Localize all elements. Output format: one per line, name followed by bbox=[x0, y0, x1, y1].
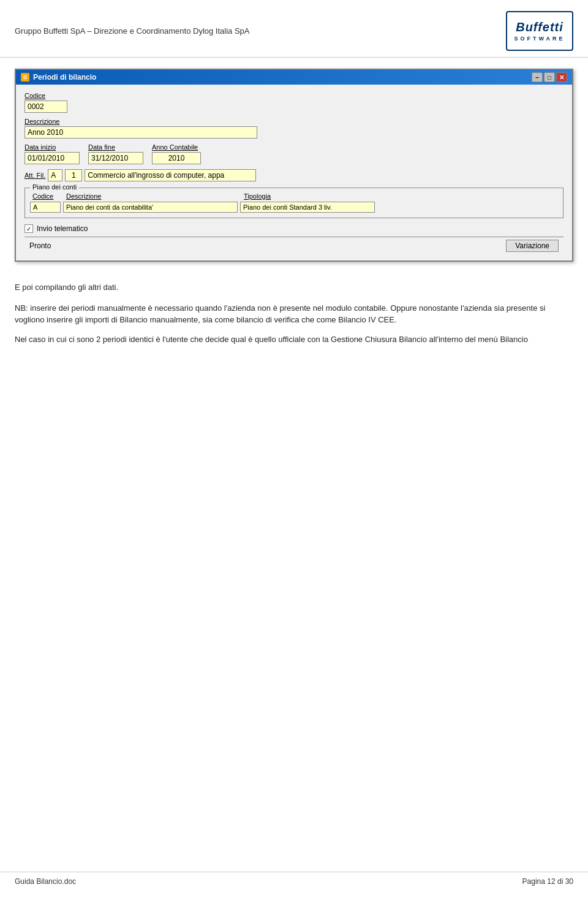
titlebar-left: B Periodi di bilancio bbox=[21, 73, 96, 82]
footer-page: Pagina 12 di 30 bbox=[522, 877, 573, 886]
logo-box: Buffetti SOFTWARE bbox=[506, 11, 573, 51]
dialog-titlebar: B Periodi di bilancio – □ ✕ bbox=[16, 70, 572, 85]
att-fil-label: Att. Fil. bbox=[24, 172, 45, 179]
data-fine-input[interactable] bbox=[88, 152, 143, 164]
fil-desc-input[interactable] bbox=[85, 169, 256, 181]
fil-num-input[interactable] bbox=[65, 169, 82, 181]
titlebar-controls: – □ ✕ bbox=[532, 72, 567, 82]
dialog-title: Periodi di bilancio bbox=[33, 73, 96, 82]
invio-telematico-checkbox[interactable]: ✓ bbox=[24, 224, 33, 233]
variazione-button[interactable]: Variazione bbox=[506, 240, 559, 252]
codice-input[interactable] bbox=[24, 101, 67, 113]
codice-group: Codice bbox=[24, 92, 564, 113]
minimize-button[interactable]: – bbox=[532, 72, 543, 82]
piano-conti-header: Codice Descrizione Tipologia bbox=[30, 192, 558, 200]
codice-label: Codice bbox=[24, 92, 564, 99]
logo-sub: SOFTWARE bbox=[514, 36, 565, 42]
anno-contabile-label: Anno Contabile bbox=[152, 143, 201, 151]
descrizione-group: Descrizione bbox=[24, 118, 564, 139]
data-inizio-label: Data inizio bbox=[24, 143, 80, 151]
att-fil-row: Att. Fil. bbox=[24, 169, 564, 181]
dialog-icon: B bbox=[21, 73, 29, 82]
status-text: Pronto bbox=[29, 242, 51, 250]
col-codice-header: Codice bbox=[30, 192, 64, 200]
anno-contabile-group: Anno Contabile bbox=[152, 143, 201, 164]
dialog-wrapper: B Periodi di bilancio – □ ✕ Codice Descr… bbox=[15, 69, 573, 262]
col-tipologia-header: Tipologia bbox=[241, 192, 364, 200]
header-title: Gruppo Buffetti SpA – Direzione e Coordi… bbox=[15, 26, 249, 36]
row-descrizione: Piano dei conti da contabilita' bbox=[63, 202, 238, 213]
descrizione-label: Descrizione bbox=[24, 118, 564, 125]
logo-main: Buffetti bbox=[516, 20, 564, 34]
data-fine-label: Data fine bbox=[88, 143, 143, 151]
data-inizio-group: Data inizio bbox=[24, 143, 80, 164]
maximize-button[interactable]: □ bbox=[544, 72, 555, 82]
piano-conti-title: Piano dei conti bbox=[30, 183, 79, 191]
data-inizio-input[interactable] bbox=[24, 152, 80, 164]
page-header: Gruppo Buffetti SpA – Direzione e Coordi… bbox=[0, 0, 588, 58]
invio-telematico-label: Invio telematico bbox=[37, 224, 88, 233]
checkbox-row: ✓ Invio telematico bbox=[24, 224, 564, 233]
page-footer: Guida Bilancio.doc Pagina 12 di 30 bbox=[0, 872, 588, 886]
descrizione-input[interactable] bbox=[24, 126, 257, 139]
att-input[interactable] bbox=[48, 169, 62, 181]
row-codice: A bbox=[30, 202, 61, 213]
status-bar: Pronto Variazione bbox=[24, 237, 564, 254]
paragraph-2: NB: inserire dei periodi manualmente è n… bbox=[15, 302, 573, 326]
col-descrizione-header: Descrizione bbox=[64, 192, 241, 200]
paragraph-1: E poi compilando gli altri dati. bbox=[15, 281, 573, 294]
close-button[interactable]: ✕ bbox=[556, 72, 567, 82]
document-content: E poi compilando gli altri dati. NB: ins… bbox=[0, 273, 588, 367]
piano-conti-group: Piano dei conti Codice Descrizione Tipol… bbox=[24, 188, 564, 218]
piano-conti-row[interactable]: A Piano dei conti da contabilita' Piano … bbox=[30, 202, 558, 213]
footer-filename: Guida Bilancio.doc bbox=[15, 877, 76, 886]
dialog-body: Codice Descrizione Data inizio Data fine bbox=[16, 85, 572, 261]
anno-contabile-input[interactable] bbox=[152, 152, 201, 164]
dialog-periodi-bilancio: B Periodi di bilancio – □ ✕ Codice Descr… bbox=[15, 69, 573, 262]
paragraph-3: Nel caso in cui ci sono 2 periodi identi… bbox=[15, 333, 573, 346]
data-fine-group: Data fine bbox=[88, 143, 143, 164]
row-tipologia: Piano dei conti Standard 3 liv. bbox=[240, 202, 375, 213]
dates-row: Data inizio Data fine Anno Contabile bbox=[24, 143, 564, 164]
